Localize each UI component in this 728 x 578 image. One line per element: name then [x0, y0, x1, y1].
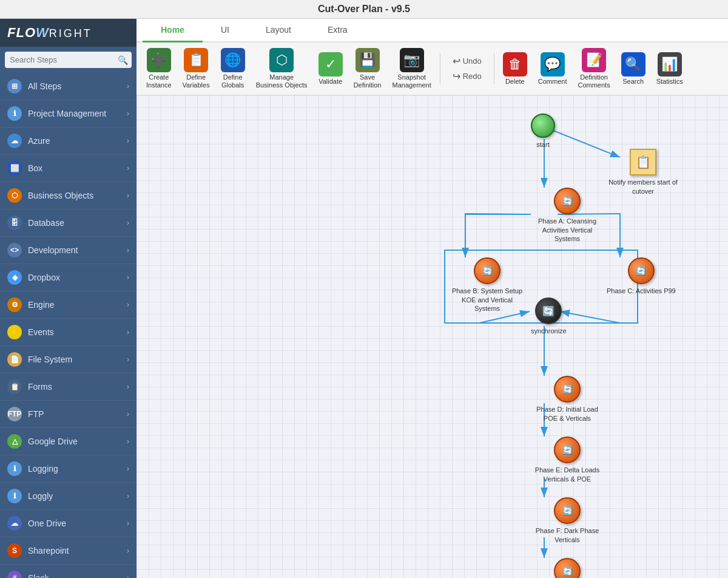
sidebar-icon-all-steps: ⊞	[7, 79, 22, 93]
sidebar-label-events: Events	[28, 327, 127, 337]
toolbar-snapshot-management[interactable]: 📷 SnapshotManagement	[387, 46, 436, 92]
undo-button[interactable]: ↩ Undo	[449, 54, 485, 68]
sidebar-chevron-logging: ›	[127, 464, 129, 473]
svg-line-5	[560, 311, 620, 323]
toolbar-manage-business-objects[interactable]: ⬡ ManageBusiness Objects	[251, 46, 312, 92]
sidebar-icon-logging: ℹ	[7, 461, 22, 476]
redo-label: Redo	[463, 72, 482, 81]
logo: FLOWRIGHT	[7, 25, 92, 41]
node-phase-d[interactable]: 🔄 Phase D: Initial Load POE & Verticals	[531, 376, 604, 423]
sidebar-label-forms: Forms	[28, 382, 127, 392]
sidebar-chevron-project-management: ›	[127, 109, 129, 118]
sidebar-item-engine[interactable]: ⚙ Engine ›	[0, 291, 136, 319]
sidebar-item-loggly[interactable]: ℹ Loggly ›	[0, 483, 136, 510]
tab-layout[interactable]: Layout	[248, 19, 309, 42]
sidebar: FLOWRIGHT 🔍 ⊞ All Steps › ℹ Project Mana…	[0, 19, 136, 578]
toolbar-delete[interactable]: 🗑 Delete	[498, 50, 532, 88]
toolbar-label-create-instance: CreateInstance	[146, 73, 172, 89]
canvas[interactable]: start 📋 Notify members start of cutover …	[136, 95, 728, 578]
sidebar-item-ftp[interactable]: FTP FTP ›	[0, 401, 136, 428]
node-phase-b[interactable]: 🔄 Phase B: System Setup KOE and Vertical…	[451, 257, 524, 313]
sidebar-icon-one-drive: ☁	[7, 516, 22, 531]
sidebar-item-logging[interactable]: ℹ Logging ›	[0, 455, 136, 483]
node-phase-e[interactable]: 🔄 Phase E: Delta Loads Verticals & POE	[531, 437, 604, 483]
sync-node-shape: 🔄	[535, 298, 562, 324]
toolbar-icon-create-instance: ➕	[147, 48, 171, 72]
tab-extra[interactable]: Extra	[309, 19, 366, 42]
sidebar-icon-development: <>	[7, 243, 22, 257]
node-phase-b-label: Phase B: System Setup KOE and Vertical S…	[451, 287, 524, 313]
redo-button[interactable]: ↪ Redo	[449, 69, 485, 83]
toolbar-comment[interactable]: 💬 Comment	[533, 50, 572, 88]
node-phase-c[interactable]: 🔄 Phase C: Activities P99	[607, 257, 676, 295]
sidebar-chevron-slack: ›	[127, 574, 129, 578]
sidebar-item-slack[interactable]: # Slack ›	[0, 565, 136, 578]
toolbar-icon-define-globals: 🌐	[221, 48, 245, 72]
sidebar-item-azure[interactable]: ☁ Azure ›	[0, 127, 136, 155]
sidebar-icon-file-system: 📄	[7, 352, 22, 367]
node-notify-label: Notify members start of cutover	[607, 178, 679, 195]
toolbar-define-globals[interactable]: 🌐 DefineGlobals	[216, 46, 250, 92]
toolbar-define-variables[interactable]: 📋 DefineVariables	[178, 46, 215, 92]
sidebar-icon-project-management: ℹ	[7, 106, 22, 121]
title-bar: Cut-Over Plan - v9.5	[0, 0, 728, 19]
toolbar-label-manage-business-objects: ManageBusiness Objects	[256, 73, 308, 89]
undo-label: Undo	[463, 56, 482, 66]
sidebar-chevron-dropbox: ›	[127, 273, 129, 282]
sidebar-item-sharepoint[interactable]: S Sharepoint ›	[0, 537, 136, 565]
sidebar-chevron-ftp: ›	[127, 410, 129, 418]
sidebar-items: ⊞ All Steps › ℹ Project Management › ☁ A…	[0, 73, 136, 578]
node-start[interactable]: start	[531, 114, 555, 149]
sidebar-item-database[interactable]: 🗄 Database ›	[0, 209, 136, 237]
toolbar-divider-1	[440, 53, 440, 84]
toolbar-definition-comments[interactable]: 📝 DefinitionComments	[573, 46, 615, 92]
sidebar-item-file-system[interactable]: 📄 File System ›	[0, 346, 136, 373]
sidebar-item-box[interactable]: ⬜ Box ›	[0, 155, 136, 182]
search-icon: 🔍	[118, 55, 128, 65]
toolbar-validate[interactable]: ✓ Validate	[314, 50, 348, 88]
node-phase-a[interactable]: 🔄 Phase A: Cleansing Activities Vertical…	[531, 188, 604, 243]
sidebar-item-forms[interactable]: 📋 Forms ›	[0, 373, 136, 401]
toolbar-search[interactable]: 🔍 Search	[616, 50, 650, 88]
toolbar-create-instance[interactable]: ➕ CreateInstance	[141, 46, 177, 92]
tab-home[interactable]: Home	[143, 19, 203, 42]
sidebar-item-business-objects[interactable]: ⬡ Business Objects ›	[0, 182, 136, 209]
toolbar-label-definition-comments: DefinitionComments	[578, 73, 610, 89]
sidebar-item-one-drive[interactable]: ☁ One Drive ›	[0, 510, 136, 537]
sidebar-icon-azure: ☁	[7, 134, 22, 148]
sidebar-label-all-steps: All Steps	[28, 81, 127, 91]
sidebar-item-development[interactable]: <> Development ›	[0, 237, 136, 264]
node-notify[interactable]: 📋 Notify members start of cutover	[607, 149, 679, 195]
toolbar-statistics[interactable]: 📊 Statistics	[652, 50, 688, 88]
redo-icon: ↪	[453, 70, 460, 82]
sidebar-icon-engine: ⚙	[7, 298, 22, 312]
phase-c-shape: 🔄	[628, 257, 655, 284]
sidebar-item-google-drive[interactable]: △ Google Drive ›	[0, 428, 136, 455]
toolbar-label-define-globals: DefineGlobals	[221, 73, 244, 89]
node-phase-g[interactable]: 🔄 Phase G: Dark Phase POE	[531, 558, 604, 578]
sidebar-item-events[interactable]: ⚡ Events ›	[0, 319, 136, 346]
sidebar-label-slack: Slack	[28, 573, 127, 578]
sidebar-label-database: Database	[28, 218, 127, 228]
sidebar-icon-sharepoint: S	[7, 543, 22, 558]
node-sync[interactable]: 🔄 synchronize	[531, 298, 567, 335]
sidebar-label-ftp: FTP	[28, 409, 127, 419]
toolbar-icon-snapshot-management: 📷	[400, 48, 424, 72]
toolbar-icon-definition-comments: 📝	[582, 48, 606, 72]
node-phase-f[interactable]: 🔄 Phase F: Dark Phase Verticals	[531, 497, 604, 544]
sidebar-item-all-steps[interactable]: ⊞ All Steps ›	[0, 73, 136, 100]
sidebar-item-project-management[interactable]: ℹ Project Management ›	[0, 100, 136, 127]
sidebar-item-dropbox[interactable]: ◈ Dropbox ›	[0, 264, 136, 291]
toolbar-save-definition[interactable]: 💾 SaveDefinition	[349, 46, 386, 92]
search-input[interactable]	[5, 52, 132, 68]
sidebar-label-loggly: Loggly	[28, 491, 127, 501]
sidebar-icon-ftp: FTP	[7, 407, 22, 421]
flow-canvas: start 📋 Notify members start of cutover …	[136, 95, 728, 578]
undo-redo-group: ↩ Undo ↪ Redo	[444, 52, 490, 86]
node-phase-e-label: Phase E: Delta Loads Verticals & POE	[531, 466, 604, 483]
tab-ui[interactable]: UI	[203, 19, 248, 42]
toolbar-icon-delete: 🗑	[503, 52, 527, 76]
node-phase-a-label: Phase A: Cleansing Activities Vertical S…	[531, 217, 604, 243]
undo-icon: ↩	[453, 55, 460, 67]
toolbar-divider-2	[494, 53, 494, 84]
